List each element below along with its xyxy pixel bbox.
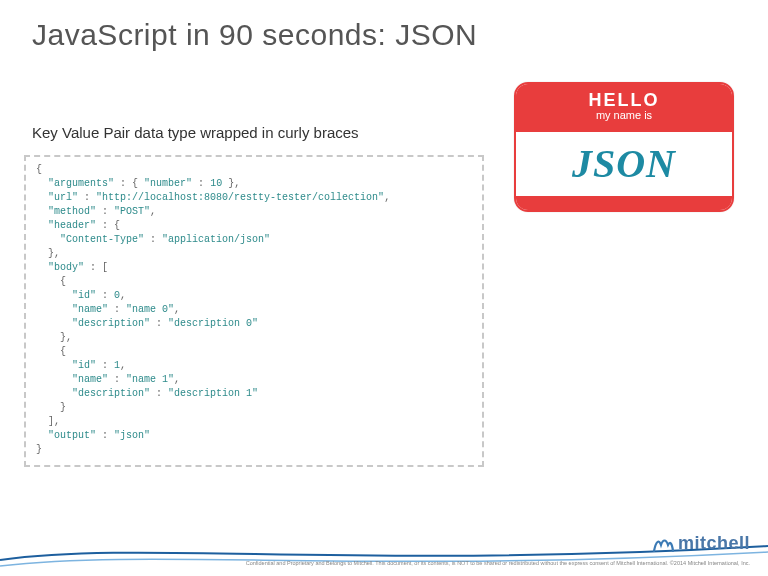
badge-name: JSON <box>572 140 676 187</box>
slide-title: JavaScript in 90 seconds: JSON <box>0 0 768 52</box>
badge-hello: HELLO <box>516 90 732 111</box>
code-sample: { "arguments" : { "number" : 10 }, "url"… <box>24 155 484 467</box>
brand-logo: mitchell <box>652 533 750 554</box>
badge-bottom-strip <box>516 196 732 210</box>
badge-header: HELLO my name is <box>516 84 732 132</box>
badge-mynameis: my name is <box>516 109 732 121</box>
brand-mark-icon <box>652 535 674 553</box>
name-badge: HELLO my name is JSON <box>514 82 734 212</box>
badge-body: JSON <box>516 132 732 202</box>
brand-text: mitchell <box>678 533 750 554</box>
footer-disclaimer: Confidential and Proprietary and Belongs… <box>246 560 750 566</box>
